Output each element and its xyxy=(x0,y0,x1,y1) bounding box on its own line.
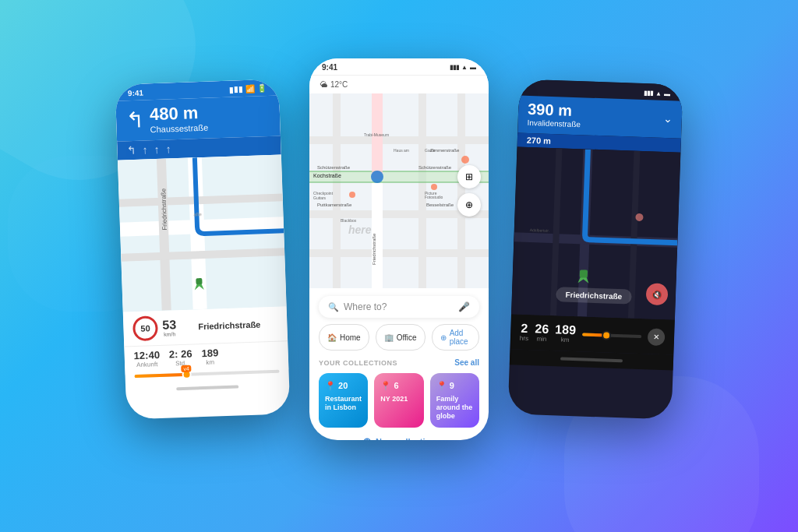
nav-distance-left: 480 m Chaussestraße xyxy=(149,103,208,135)
wifi-icon-center: ▲ xyxy=(461,64,468,71)
sec-arrow-4: ↑ xyxy=(165,143,171,155)
collections-title: YOUR COLLECTIONS xyxy=(319,359,397,367)
ny-name: NY 2021 xyxy=(380,395,417,403)
progress-dot-right xyxy=(602,330,611,340)
hours-stat: 2 hrs xyxy=(520,322,529,342)
distance-value-left: 480 m xyxy=(149,103,207,125)
see-all-button[interactable]: See all xyxy=(454,358,479,367)
trip-info-dark: 2 hrs 26 min 189 km ✕ xyxy=(510,314,674,354)
map-left: Friedrichstraße aße xyxy=(118,154,287,312)
office-button[interactable]: 🏢 Office xyxy=(376,324,425,351)
search-bar[interactable]: 🔍 Where to? 🎤 xyxy=(319,296,479,318)
distance-value-right: 390 m xyxy=(528,100,581,120)
home-bar-left xyxy=(176,385,238,390)
battery-icon: 🔋 xyxy=(257,84,267,93)
collection-family[interactable]: 📍 9 Family around the globe xyxy=(430,373,479,428)
svg-text:Schützenstraße: Schützenstraße xyxy=(418,165,452,170)
svg-text:Friedrichstraße: Friedrichstraße xyxy=(372,233,376,265)
collection-lisbon[interactable]: 📍 20 Restaurant in Lisbon xyxy=(319,373,368,428)
battery-icon-center: ▬ xyxy=(470,64,476,71)
office-label: Office xyxy=(397,333,417,342)
progress-bar-right xyxy=(582,333,641,338)
current-speed: 53 xyxy=(162,319,176,332)
add-place-label: Add place xyxy=(450,329,471,346)
collection-ny[interactable]: 📍 6 NY 2021 xyxy=(374,373,423,428)
close-button[interactable]: ✕ xyxy=(648,328,666,346)
svg-text:Kochstraße: Kochstraße xyxy=(313,173,341,178)
turn-arrow-left: ↰ xyxy=(125,107,144,133)
svg-text:here: here xyxy=(348,224,372,236)
svg-rect-50 xyxy=(580,270,588,277)
bottom-bar-left: 50 53 km/h Friedrichstraße xyxy=(123,306,288,346)
nav-left-right: 390 m Invalidenstraße xyxy=(527,100,581,129)
progress-fill-left xyxy=(135,373,185,378)
svg-text:Trabi-Museum: Trabi-Museum xyxy=(364,132,389,137)
collections-header: YOUR COLLECTIONS See all xyxy=(319,358,479,367)
progress-fill-right xyxy=(582,333,603,336)
status-icons-center: ▮▮▮ ▲ ▬ xyxy=(450,64,476,71)
home-indicator-left xyxy=(125,377,290,398)
signal-icon-center: ▮▮▮ xyxy=(450,64,459,71)
sec-arrow-2: ↑ xyxy=(142,143,148,156)
weather-info: 🌥 12°C xyxy=(320,80,348,89)
phones-container: 9:41 ▮▮▮ 📶 🔋 ↰ 480 m Chaussestraße ↰ ↑ ↑… xyxy=(0,0,798,532)
svg-rect-9 xyxy=(196,278,202,284)
collections-grid: 📍 20 Restaurant in Lisbon 📍 6 NY 2021 📍 … xyxy=(319,373,479,428)
signal-icon-right: ▮▮▮ xyxy=(644,90,653,97)
map-controls[interactable]: ⊞ ⊕ xyxy=(457,165,481,217)
phone-center: 9:41 ▮▮▮ ▲ ▬ 🌥 12°C xyxy=(309,58,489,440)
nav-distance-right: 390 m Invalidenstraße xyxy=(527,100,581,129)
add-place-button[interactable]: ⊕ Add place xyxy=(432,324,479,351)
search-placeholder[interactable]: Where to? xyxy=(344,301,454,312)
layers-button[interactable]: ⊞ xyxy=(457,165,481,188)
map-svg-left: Friedrichstraße aße xyxy=(118,154,287,312)
search-icon: 🔍 xyxy=(328,302,339,312)
time-center: 9:41 xyxy=(322,63,337,72)
collections-section: YOUR COLLECTIONS See all 📍 20 Restaurant… xyxy=(309,358,489,428)
svg-text:Guitars: Guitars xyxy=(313,196,327,200)
distance-stat-left: 189 km xyxy=(201,347,219,366)
phone-right: ▮▮▮ ▲ ▬ 390 m Invalidenstraße ⌄ 270 m xyxy=(508,79,683,419)
signal-icon: ▮▮▮ xyxy=(229,85,243,94)
svg-text:Friedrichstraße: Friedrichstraße xyxy=(160,188,168,231)
street-label-dark: Friedrichstraße xyxy=(556,287,631,304)
svg-text:Haus am: Haus am xyxy=(394,148,409,153)
nav-header-left: ↰ 480 m Chaussestraße xyxy=(115,95,281,141)
minutes-stat: 26 min xyxy=(535,322,549,343)
svg-point-33 xyxy=(349,192,355,198)
svg-text:Adalbertstr.: Adalbertstr. xyxy=(530,227,549,233)
svg-rect-17 xyxy=(333,93,341,288)
progress-dot-left: v4 xyxy=(182,370,192,379)
plus-icon: ⊕ xyxy=(362,435,372,440)
svg-text:Schützenstraße: Schützenstraße xyxy=(317,165,351,170)
battery-icon-right: ▬ xyxy=(664,90,670,97)
new-collection-label: New collection xyxy=(376,437,436,440)
nav-header-right: 390 m Invalidenstraße ⌄ xyxy=(517,95,683,138)
speed-limit: 50 xyxy=(132,315,158,341)
wifi-icon-right: ▲ xyxy=(655,90,662,97)
office-icon: 🏢 xyxy=(384,333,394,342)
quick-actions: 🏠 Home 🏢 Office ⊕ Add place xyxy=(309,324,489,358)
location-button[interactable]: ⊕ xyxy=(457,193,481,217)
sec-arrow-3: ↑ xyxy=(154,143,160,156)
svg-text:Besselstraße: Besselstraße xyxy=(426,203,454,207)
svg-point-34 xyxy=(431,184,437,190)
chevron-down-icon[interactable]: ⌄ xyxy=(663,112,673,125)
home-button[interactable]: 🏠 Home xyxy=(319,324,369,351)
svg-point-31 xyxy=(371,171,383,183)
svg-text:Game: Game xyxy=(425,148,436,153)
status-icons-left: ▮▮▮ 📶 🔋 xyxy=(229,84,267,94)
weather-icon: 🌥 xyxy=(320,80,328,89)
home-bar-right xyxy=(560,358,623,363)
lisbon-count: 📍 20 xyxy=(325,381,362,391)
svg-text:Fotostudio: Fotostudio xyxy=(425,195,443,199)
home-icon: 🏠 xyxy=(327,333,337,342)
lisbon-name: Restaurant in Lisbon xyxy=(325,395,362,412)
family-name: Family around the globe xyxy=(436,395,473,420)
phone-left: 9:41 ▮▮▮ 📶 🔋 ↰ 480 m Chaussestraße ↰ ↑ ↑… xyxy=(115,79,291,419)
svg-text:aße: aße xyxy=(193,212,202,217)
progress-label-left: v4 xyxy=(181,365,192,372)
mic-icon[interactable]: 🎤 xyxy=(458,301,470,312)
svg-point-32 xyxy=(461,156,469,164)
new-collection-button[interactable]: ⊕ New collection xyxy=(309,428,489,440)
